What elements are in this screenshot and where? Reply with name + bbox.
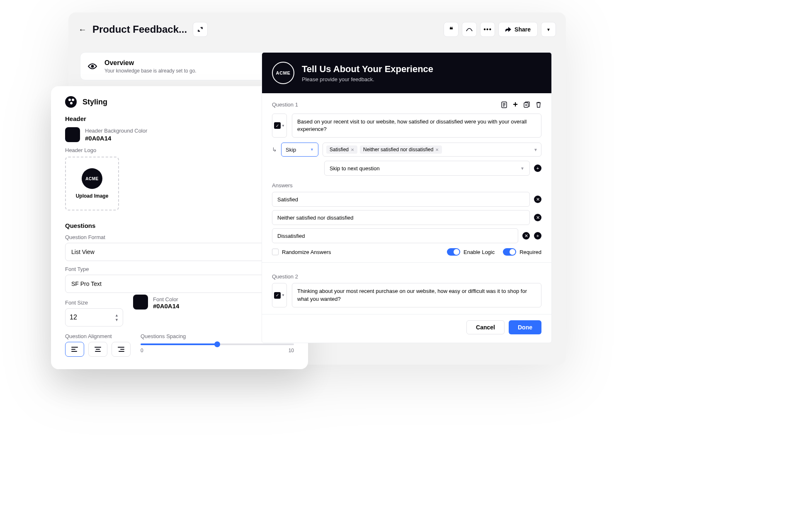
chevron-down-icon: ▼ [310, 148, 314, 152]
chevron-down-icon: ▼ [282, 293, 285, 297]
survey-preview: ACME Tell Us About Your Experience Pleas… [262, 52, 552, 343]
survey-subtitle: Please provide your feedback. [302, 76, 433, 82]
randomize-checkbox[interactable] [272, 249, 279, 255]
add-answer-icon[interactable]: + [534, 232, 541, 239]
top-bar: ← Product Feedback... ❝ ••• Share ▼ [68, 12, 566, 37]
alignment-label: Question Alignment [65, 333, 131, 339]
branch-icon: ↳ [272, 146, 277, 153]
header-bg-color-picker[interactable]: Header Background Color #0A0A14 [65, 127, 294, 142]
page-title: Product Feedback... [92, 24, 187, 35]
quote-icon[interactable]: ❝ [444, 22, 459, 37]
share-icon [505, 27, 511, 32]
expand-button[interactable] [193, 22, 208, 37]
header-logo-label: Header Logo [65, 147, 294, 153]
palette-icon [65, 96, 77, 108]
logic-condition-select[interactable]: Satisfied✕ Neither satisfied nor dissati… [323, 143, 541, 157]
remove-answer-icon[interactable]: ✕ [522, 232, 530, 239]
overview-title: Overview [104, 59, 197, 67]
cancel-button[interactable]: Cancel [466, 320, 505, 334]
spacing-slider[interactable]: 0 10 [141, 343, 294, 353]
enable-logic-toggle[interactable] [447, 248, 460, 256]
spacing-max: 10 [289, 348, 294, 353]
enable-logic-label: Enable Logic [464, 249, 495, 255]
answers-label: Answers [272, 182, 541, 189]
survey-footer: Cancel Done [262, 314, 551, 343]
checkbox-icon: ✓ [274, 292, 281, 299]
svg-point-0 [91, 65, 94, 68]
question-2-block: Question 2 ✓ ▼ Thinking about your most … [262, 269, 551, 314]
survey-logo: ACME [272, 62, 294, 84]
condition-tag: Satisfied✕ [326, 145, 357, 154]
font-type-select[interactable]: SF Pro Text ⌵ [65, 275, 294, 293]
font-size-value: 12 [70, 314, 77, 321]
remove-tag-icon[interactable]: ✕ [435, 148, 439, 152]
remove-answer-icon[interactable]: ✕ [534, 214, 541, 221]
remove-tag-icon[interactable]: ✕ [351, 148, 354, 152]
upload-label: Upload Image [76, 193, 109, 199]
add-icon[interactable]: + [513, 100, 518, 109]
app-frame: ← Product Feedback... ❝ ••• Share ▼ Over… [68, 12, 566, 365]
required-toggle[interactable] [503, 248, 516, 256]
header-section-label: Header [65, 115, 294, 122]
align-left-button[interactable] [65, 342, 84, 357]
share-label: Share [514, 26, 531, 33]
header-bg-value: #0A0A14 [85, 135, 147, 142]
font-color-label: Font Color [153, 296, 179, 302]
header-bg-label: Header Background Color [85, 128, 147, 134]
delete-icon[interactable] [536, 102, 541, 108]
checkbox-icon: ✓ [274, 122, 281, 129]
font-type-label: Font Type [65, 266, 294, 272]
question-format-select[interactable]: List View ⌵ [65, 243, 294, 261]
chevron-down-icon: ▼ [520, 166, 524, 171]
font-color-value: #0A0A14 [153, 302, 179, 310]
upload-logo-button[interactable]: ACME Upload Image [65, 157, 119, 210]
share-dropdown[interactable]: ▼ [541, 22, 556, 37]
styling-title: Styling [83, 98, 107, 106]
remove-answer-icon[interactable]: ✕ [534, 196, 541, 203]
back-arrow-icon[interactable]: ← [78, 25, 87, 34]
randomize-label: Randomize Answers [282, 249, 331, 255]
font-type-value: SF Pro Text [71, 281, 102, 287]
question-type-select[interactable]: ✓ ▼ [272, 283, 287, 307]
question-2-text[interactable]: Thinking about your most recent purchase… [292, 283, 541, 307]
notes-icon[interactable] [501, 102, 507, 108]
align-center-button[interactable] [88, 342, 107, 357]
overview-subtitle: Your knowledge base is already set to go… [104, 68, 197, 74]
question-1-label: Question 1 [272, 102, 298, 108]
spacing-min: 0 [141, 348, 143, 353]
duplicate-icon[interactable] [524, 102, 530, 108]
skip-to-label: Skip to next question [330, 165, 380, 172]
skip-label: Skip [286, 147, 296, 153]
skip-target-select[interactable]: Skip to next question ▼ [324, 161, 530, 176]
answer-input[interactable]: Neither satisfied nor dissatisfied [272, 210, 530, 225]
done-button[interactable]: Done [509, 320, 541, 334]
question-2-label: Question 2 [272, 273, 298, 280]
answer-input[interactable]: Satisfied [272, 192, 530, 207]
align-right-button[interactable] [112, 342, 131, 357]
more-icon[interactable]: ••• [480, 22, 495, 37]
answer-input[interactable]: Dissatisfied [272, 228, 518, 243]
color-swatch [65, 127, 80, 142]
font-color-swatch[interactable] [133, 295, 148, 310]
eye-icon [88, 63, 97, 70]
chevron-down-icon: ▼ [534, 148, 538, 152]
preview-icon[interactable] [462, 22, 477, 37]
question-1-text[interactable]: Based on your recent visit to our websit… [292, 114, 541, 138]
question-type-select[interactable]: ✓ ▼ [272, 114, 287, 138]
chevron-down-icon: ▼ [282, 124, 285, 128]
share-button[interactable]: Share [498, 22, 538, 37]
stepper-down-icon[interactable]: ▼ [115, 318, 119, 322]
required-label: Required [519, 249, 541, 255]
format-value: List View [71, 249, 95, 255]
logo-preview: ACME [82, 168, 102, 189]
format-label: Question Format [65, 234, 294, 240]
questions-section-label: Questions [65, 222, 294, 229]
question-1-block: Question 1 + ✓ ▼ Based on your recent vi… [262, 93, 551, 269]
font-size-input[interactable]: 12 ▲▼ [65, 308, 123, 326]
survey-header: ACME Tell Us About Your Experience Pleas… [262, 53, 551, 93]
survey-title: Tell Us About Your Experience [302, 64, 433, 75]
logic-action-select[interactable]: Skip ▼ [281, 143, 318, 157]
stepper-up-icon[interactable]: ▲ [115, 313, 119, 317]
add-logic-button[interactable]: + [534, 164, 541, 172]
condition-tag: Neither satisfied nor dissatisfied✕ [360, 145, 442, 154]
